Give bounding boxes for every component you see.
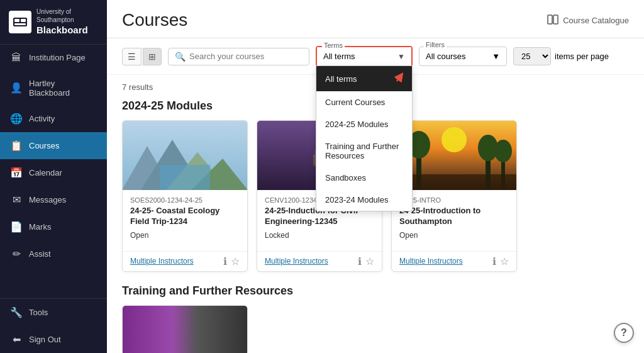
sidebar-item-hartley[interactable]: 👤 Hartley Blackboard [0, 71, 107, 105]
sidebar-bottom: 🔧 Tools ⬅ Sign Out [0, 298, 107, 353]
page-title: Courses [122, 10, 187, 30]
tools-label: Tools [29, 308, 48, 317]
training-cards-row [122, 305, 629, 353]
sidebar-item-activity[interactable]: 🌐 Activity [0, 105, 107, 132]
card-icons-civil: ℹ ☆ [358, 255, 374, 267]
star-icon-intro[interactable]: ☆ [500, 255, 509, 267]
tools-icon: 🔧 [10, 306, 23, 318]
messages-label: Messages [29, 195, 66, 205]
filters-arrow-icon: ▼ [492, 52, 500, 61]
card-image-mountains [123, 121, 247, 190]
courses-icon: 📋 [10, 140, 23, 152]
card-code-intro: 24-25-INTRO [399, 196, 509, 204]
dropdown-item-current-courses[interactable]: Current Courses [316, 91, 412, 113]
person-icon: 👤 [10, 82, 23, 94]
sidebar-item-sign-out[interactable]: ⬅ Sign Out [0, 326, 107, 353]
card-instructor-civil[interactable]: Multiple Instructors [265, 257, 328, 266]
terms-select[interactable]: All terms ▼ [317, 47, 411, 65]
sidebar-item-tools[interactable]: 🔧 Tools [0, 299, 107, 326]
terms-arrow-icon: ▼ [397, 52, 405, 61]
marks-icon: 📄 [10, 221, 23, 233]
dropdown-item-2024-modules[interactable]: 2024-25 Modules [316, 113, 412, 135]
star-icon-civil[interactable]: ☆ [365, 255, 374, 267]
calendar-label: Calendar [29, 168, 62, 177]
info-icon-intro[interactable]: ℹ [492, 255, 496, 267]
svg-rect-5 [553, 15, 558, 24]
per-page-box: 25 50 100 items per page [513, 47, 609, 65]
globe-icon: 🌐 [10, 113, 23, 125]
main-content: Courses Course Catalogue ☰ ⊞ 🔍 Terms All… [107, 0, 644, 353]
card-title-coastal: 24-25- Coastal Ecology Field Trip-1234 [130, 206, 240, 227]
sidebar-item-assist[interactable]: ✏ Assist [0, 240, 107, 267]
dropdown-item-all-terms[interactable]: All terms [316, 66, 412, 91]
search-input[interactable] [189, 52, 303, 61]
card-body-coastal: SOES2000-1234-24-25 24-25- Coastal Ecolo… [123, 190, 247, 251]
svg-rect-25 [123, 306, 247, 353]
sidebar-nav: 🏛 Institution Page 👤 Hartley Blackboard … [0, 45, 107, 299]
sidebar-item-messages[interactable]: ✉ Messages [0, 186, 107, 213]
signout-icon: ⬅ [10, 333, 23, 345]
filters-dropdown-container: Filters All courses ▼ [419, 47, 507, 66]
dropdown-arrow-svg [391, 72, 403, 85]
course-card-coastal-ecology: SOES2000-1234-24-25 24-25- Coastal Ecolo… [122, 120, 248, 272]
training-card [122, 305, 248, 353]
signout-label: Sign Out [29, 335, 61, 344]
course-catalogue-button[interactable]: Course Catalogue [547, 14, 629, 27]
filters-label: Filters [424, 41, 447, 48]
institution-label: Institution Page [29, 53, 86, 62]
card-footer-intro: Multiple Instructors ℹ ☆ [392, 251, 516, 271]
svg-rect-3 [14, 23, 26, 25]
list-view-button[interactable]: ☰ [122, 48, 142, 65]
terms-dropdown-menu: All terms Current Courses 2024-25 Mo [316, 65, 413, 211]
star-icon-coastal[interactable]: ☆ [231, 255, 240, 267]
terms-label: Terms [322, 42, 345, 49]
assist-icon: ✏ [10, 248, 23, 260]
svg-point-15 [441, 127, 467, 152]
card-status-coastal: Open [130, 231, 240, 240]
card-footer-coastal: Multiple Instructors ℹ ☆ [123, 251, 247, 271]
svg-rect-4 [548, 15, 552, 24]
card-footer-civil: Multiple Instructors ℹ ☆ [257, 251, 382, 271]
per-page-select[interactable]: 25 50 100 [513, 47, 551, 65]
terms-dropdown-container: Terms All terms ▼ All terms [316, 46, 413, 67]
card-status-civil: Locked [265, 231, 374, 240]
per-page-label: items per page [555, 52, 609, 61]
calendar-icon: 📅 [10, 167, 23, 179]
logo-icon [9, 11, 31, 33]
filters-select[interactable]: All courses ▼ [419, 47, 507, 66]
info-icon-coastal[interactable]: ℹ [223, 255, 227, 267]
sidebar-item-institution-page[interactable]: 🏛 Institution Page [0, 45, 107, 71]
card-title-intro: 24-25-Introduction to Southampton [399, 206, 509, 227]
view-toggle: ☰ ⊞ [122, 48, 162, 65]
section2-title: Training and Further Resources [122, 284, 629, 298]
assist-label: Assist [29, 249, 51, 259]
dropdown-item-sandboxes[interactable]: Sandboxes [316, 167, 412, 189]
info-icon-civil[interactable]: ℹ [358, 255, 362, 267]
card-instructor-intro[interactable]: Multiple Instructors [399, 257, 463, 266]
sidebar-item-calendar[interactable]: 📅 Calendar [0, 159, 107, 186]
card-instructor-coastal[interactable]: Multiple Instructors [130, 257, 194, 266]
filters-selected-value: All courses [426, 52, 466, 61]
grid-view-button[interactable]: ⊞ [143, 48, 162, 65]
city-label: Southampton [36, 16, 74, 23]
marks-label: Marks [29, 222, 51, 232]
sidebar-item-courses[interactable]: 📋 Courses [0, 132, 107, 159]
card-icons-coastal: ℹ ☆ [223, 255, 240, 267]
hartley-label: Hartley Blackboard [29, 79, 97, 98]
card-code-coastal: SOES2000-1234-24-25 [130, 196, 240, 204]
sidebar: University ofSouthampton Blackboard 🏛 In… [0, 0, 107, 353]
institution-icon: 🏛 [10, 52, 23, 64]
dropdown-item-2023-modules[interactable]: 2023-24 Modules [316, 189, 412, 211]
card-status-intro: Open [399, 231, 509, 240]
dropdown-item-training[interactable]: Training and Further Resources [316, 135, 412, 167]
help-button[interactable]: ? [614, 323, 634, 343]
catalogue-icon [547, 14, 559, 27]
catalogue-label: Course Catalogue [563, 16, 629, 25]
sidebar-item-marks[interactable]: 📄 Marks [0, 213, 107, 240]
search-icon: 🔍 [175, 52, 186, 62]
search-box: 🔍 [168, 48, 309, 65]
main-header: Courses Course Catalogue [107, 0, 644, 38]
sidebar-logo: University ofSouthampton Blackboard [0, 0, 107, 45]
terms-selected-value: All terms [323, 52, 355, 61]
messages-icon: ✉ [10, 194, 23, 206]
